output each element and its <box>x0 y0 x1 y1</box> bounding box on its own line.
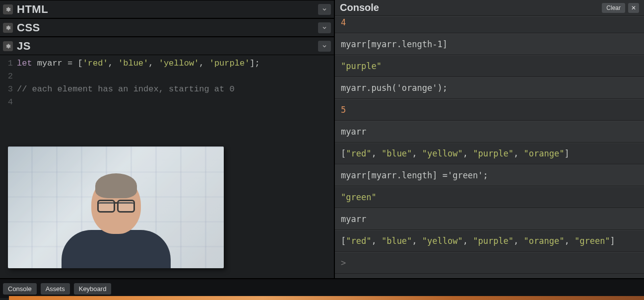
chevron-down-icon[interactable] <box>318 41 331 52</box>
css-panel-title: CSS <box>17 21 40 34</box>
code-content[interactable]: let myarr = ['red', 'blue', 'yellow', 'p… <box>17 57 260 109</box>
gear-icon[interactable] <box>3 23 13 33</box>
footer-tab-keyboard[interactable]: Keyboard <box>74 283 112 295</box>
console-input-row: myarr <box>335 121 644 143</box>
console-result-row: 5 <box>335 99 644 121</box>
console-input-row: myarr.push('orange'); <box>335 77 644 99</box>
html-panel-title: HTML <box>17 3 48 16</box>
console-header: Console Clear ✕ <box>335 0 644 16</box>
chevron-down-icon[interactable] <box>318 22 331 33</box>
line-gutter: 1 2 3 4 <box>0 57 17 109</box>
console-result-row: "purple" <box>335 55 644 77</box>
console-input-row: myarr[myarr.length-1] <box>335 33 644 55</box>
console-pane: Console Clear ✕ 4myarr[myarr.length-1]"p… <box>335 0 644 278</box>
console-input-row: myarr[myarr.length] ='green'; <box>335 164 644 186</box>
css-panel-header: CSS <box>0 18 334 37</box>
close-icon[interactable]: ✕ <box>628 3 639 13</box>
js-editor[interactable]: 1 2 3 4 let myarr = ['red', 'blue', 'yel… <box>0 55 334 278</box>
video-scrub-bar[interactable] <box>9 296 644 300</box>
console-result-row: ["red", "blue", "yellow", "purple", "ora… <box>335 230 644 252</box>
console-output[interactable]: 4myarr[myarr.length-1]"purple"myarr.push… <box>335 16 644 278</box>
footer-tabs: Console Assets Keyboard <box>0 278 644 298</box>
chevron-down-icon[interactable] <box>318 4 331 15</box>
console-result-row: 4 <box>335 16 644 33</box>
console-input-row: myarr <box>335 208 644 230</box>
js-panel-header: JS <box>0 37 334 55</box>
footer-tab-assets[interactable]: Assets <box>41 283 70 295</box>
gear-icon[interactable] <box>3 4 13 14</box>
webcam-overlay <box>8 147 224 268</box>
console-result-row: "green" <box>335 186 644 208</box>
console-title: Console <box>340 2 379 13</box>
footer-tab-console[interactable]: Console <box>3 283 37 295</box>
gear-icon[interactable] <box>3 41 13 51</box>
html-panel-header: HTML <box>0 0 334 18</box>
console-result-row: ["red", "blue", "yellow", "purple", "ora… <box>335 143 644 164</box>
editor-pane: HTML CSS JS <box>0 0 335 278</box>
console-prompt[interactable]: > <box>335 252 644 274</box>
clear-button[interactable]: Clear <box>602 3 625 13</box>
js-panel-title: JS <box>17 40 31 53</box>
